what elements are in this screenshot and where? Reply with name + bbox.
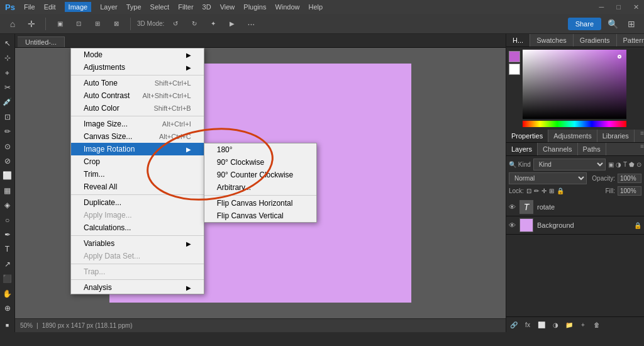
menu-help[interactable]: Help — [309, 3, 323, 11]
tool1[interactable]: ▣ — [52, 16, 67, 31]
menu-item-revealall[interactable]: Reveal All — [71, 181, 204, 193]
adj-filter-icon[interactable]: ◑ — [616, 161, 621, 168]
share-button[interactable]: Share — [568, 18, 601, 30]
kind-select[interactable]: Kind — [533, 159, 606, 170]
tab-swatches[interactable]: Swatches — [530, 34, 574, 47]
tool-eraser[interactable]: ⬜ — [1, 169, 14, 182]
menu-item-analysis[interactable]: Analysis ▶ — [71, 281, 204, 294]
menu-3d[interactable]: 3D — [203, 3, 211, 11]
menu-item-variables[interactable]: Variables ▶ — [71, 237, 204, 250]
tool-crop[interactable]: ✂ — [1, 81, 14, 94]
menu-window[interactable]: Window — [275, 3, 299, 11]
home-btn[interactable]: ⌂ — [5, 16, 20, 31]
document-tab[interactable]: Untitled-... — [18, 36, 65, 47]
tab-channels[interactable]: Channels — [538, 143, 577, 155]
menu-file[interactable]: File — [24, 3, 35, 11]
opacity-input[interactable] — [618, 174, 641, 183]
mask-btn[interactable]: ⬜ — [536, 319, 547, 330]
tool-fg-bg[interactable]: ■ — [1, 319, 14, 332]
foreground-color[interactable] — [509, 51, 520, 62]
eye-background[interactable]: 👁 — [509, 221, 516, 229]
tool-hand[interactable]: ✋ — [1, 287, 14, 300]
tab-properties[interactable]: Properties — [506, 130, 548, 142]
tool-dodge[interactable]: ○ — [1, 213, 14, 226]
tab-gradients[interactable]: Gradients — [574, 34, 617, 47]
ps-logo[interactable]: Ps — [5, 3, 15, 12]
adj-btn[interactable]: ◑ — [550, 319, 561, 330]
new-layer-btn[interactable]: + — [577, 319, 589, 330]
tool5[interactable]: ↺ — [168, 16, 183, 31]
menu-item-imagesize[interactable]: Image Size... Alt+Ctrl+I — [71, 118, 204, 130]
layer-item-rotate[interactable]: 👁 T rotate — [506, 198, 644, 216]
submenu-fliph[interactable]: Flip Canvas Horizontal — [204, 197, 316, 209]
tool-stamp[interactable]: ⊙ — [1, 140, 14, 153]
submenu-180[interactable]: 180° — [204, 143, 316, 156]
menu-item-autotone[interactable]: Auto Tone Shift+Ctrl+L — [71, 77, 204, 89]
menu-item-imagerotation[interactable]: Image Rotation ▶ 180° 90° Clockwise 90° … — [71, 143, 204, 155]
menu-item-mode[interactable]: Mode ▶ — [71, 48, 204, 61]
menu-type[interactable]: Type — [126, 3, 142, 11]
background-color[interactable] — [509, 64, 520, 75]
move-btn[interactable]: ✛ — [24, 16, 39, 31]
menu-item-trap[interactable]: Trap... — [71, 265, 204, 278]
menu-item-crop[interactable]: Crop — [71, 155, 204, 168]
menu-plugins[interactable]: Plugins — [243, 3, 266, 11]
tab-adjustments[interactable]: Adjustments — [548, 130, 597, 142]
tool7[interactable]: ✦ — [206, 16, 221, 31]
blend-mode-select[interactable]: Normal — [509, 172, 587, 184]
pixel-filter-icon[interactable]: ▣ — [608, 161, 614, 168]
menu-image[interactable]: Image — [65, 2, 92, 12]
submenu-90cw[interactable]: 90° Clockwise — [204, 156, 316, 169]
menu-item-trim[interactable]: Trim... — [71, 168, 204, 181]
tool2[interactable]: ⊡ — [71, 16, 86, 31]
eye-rotate[interactable]: 👁 — [509, 203, 516, 211]
color-gradient[interactable] — [523, 50, 626, 119]
lock-transparent-icon[interactable]: ⊡ — [526, 187, 531, 194]
submenu-90ccw[interactable]: 90° Counter Clockwise — [204, 169, 316, 181]
menu-item-calculations[interactable]: Calculations... — [71, 221, 204, 234]
search-btn[interactable]: 🔍 — [605, 16, 620, 31]
hue-slider[interactable] — [523, 121, 626, 127]
lock-all-icon[interactable]: 🔒 — [557, 187, 564, 194]
tool-zoom[interactable]: ⊕ — [1, 301, 14, 315]
menu-item-autocontrast[interactable]: Auto Contrast Alt+Shift+Ctrl+L — [71, 89, 204, 102]
menu-item-applyimage[interactable]: Apply Image... — [71, 209, 204, 221]
panels-btn[interactable]: ⊞ — [624, 16, 639, 31]
tool6[interactable]: ↻ — [187, 16, 202, 31]
tool-eyedrop[interactable]: 💉 — [1, 96, 14, 109]
tool-history[interactable]: ⊘ — [1, 154, 14, 167]
menu-item-autocolor[interactable]: Auto Color Shift+Ctrl+B — [71, 102, 204, 114]
tool-type[interactable]: T — [1, 243, 14, 256]
type-filter-icon[interactable]: T — [623, 161, 627, 168]
fx-btn[interactable]: fx — [522, 319, 533, 330]
tool3[interactable]: ⊞ — [90, 16, 105, 31]
group-btn[interactable]: 📁 — [564, 319, 575, 330]
menu-edit[interactable]: Edit — [44, 3, 56, 11]
panel-grip-layers[interactable]: ≡ — [640, 143, 644, 155]
tool-brush[interactable]: ✏ — [1, 125, 14, 138]
tab-libraries[interactable]: Libraries — [597, 130, 635, 142]
close-btn[interactable]: ✕ — [633, 3, 639, 11]
more-btn[interactable]: ··· — [243, 16, 258, 31]
minimize-btn[interactable]: ─ — [599, 3, 604, 11]
layer-item-background[interactable]: 👁 Background 🔒 — [506, 216, 644, 235]
tool-select[interactable]: ⊹ — [1, 51, 14, 64]
tool-lasso[interactable]: ⌖ — [1, 66, 14, 79]
maximize-btn[interactable]: □ — [616, 3, 621, 11]
tool-shape[interactable]: ⬛ — [1, 272, 14, 286]
tool4[interactable]: ⊠ — [109, 16, 124, 31]
smart-filter-icon[interactable]: ⊙ — [636, 161, 641, 168]
lock-image-icon[interactable]: ✏ — [534, 187, 539, 194]
shape-filter-icon[interactable]: ⬟ — [629, 161, 635, 168]
menu-layer[interactable]: Layer — [100, 3, 118, 11]
menu-filter[interactable]: Filter — [178, 3, 193, 11]
tool-heal[interactable]: ⊡ — [1, 110, 14, 123]
menu-item-applydataset[interactable]: Apply Data Set... — [71, 250, 204, 262]
tool-path[interactable]: ↗ — [1, 257, 14, 271]
submenu-flipv[interactable]: Flip Canvas Vertical — [204, 209, 316, 222]
lock-artboard-icon[interactable]: ⊞ — [549, 187, 554, 194]
menu-item-duplicate[interactable]: Duplicate... — [71, 196, 204, 209]
delete-layer-btn[interactable]: 🗑 — [591, 319, 602, 330]
menu-item-canvassize[interactable]: Canvas Size... Alt+Ctrl+C — [71, 130, 204, 143]
lock-position-icon[interactable]: ✛ — [541, 187, 547, 194]
